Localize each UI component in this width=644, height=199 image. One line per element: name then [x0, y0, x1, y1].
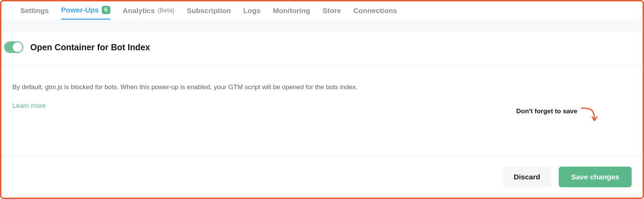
tab-analytics[interactable]: Analytics (Beta)	[123, 1, 174, 20]
spacer-bar	[1, 20, 643, 32]
tab-store[interactable]: Store	[322, 1, 341, 20]
reminder-text: Don't forget to save	[516, 107, 577, 115]
learn-more-link[interactable]: Learn more	[12, 102, 46, 109]
tab-label: Monitoring	[273, 7, 310, 15]
save-reminder: Don't forget to save	[516, 107, 598, 123]
tab-badge: 6	[102, 6, 110, 14]
tab-connections[interactable]: Connections	[353, 1, 397, 20]
tab-label: Connections	[353, 7, 397, 15]
tab-label: Store	[322, 7, 341, 15]
tab-monitoring[interactable]: Monitoring	[273, 1, 310, 20]
toggle-knob	[13, 42, 22, 52]
tab-suffix: (Beta)	[157, 7, 174, 14]
feature-description: By default, gtm.js is blocked for bots. …	[12, 82, 632, 92]
footer-actions: Discard Save changes	[1, 156, 643, 198]
tab-label: Power-Ups	[61, 6, 99, 14]
feature-toggle[interactable]	[4, 41, 23, 53]
tab-label: Analytics	[123, 7, 155, 15]
tab-label: Settings	[20, 7, 49, 15]
curved-arrow-icon	[581, 107, 598, 123]
tab-logs[interactable]: Logs	[243, 1, 260, 20]
tab-settings[interactable]: Settings	[20, 1, 49, 20]
tab-power-ups[interactable]: Power-Ups 6	[61, 1, 110, 20]
save-changes-button[interactable]: Save changes	[559, 167, 632, 187]
tab-label: Logs	[243, 7, 260, 15]
tab-bar: Settings Power-Ups 6 Analytics (Beta) Su…	[1, 1, 643, 20]
discard-button[interactable]: Discard	[503, 167, 551, 187]
tab-subscription[interactable]: Subscription	[187, 1, 231, 20]
tab-label: Subscription	[187, 7, 231, 15]
feature-header: Open Container for Bot Index	[1, 32, 643, 65]
feature-title: Open Container for Bot Index	[30, 42, 150, 52]
